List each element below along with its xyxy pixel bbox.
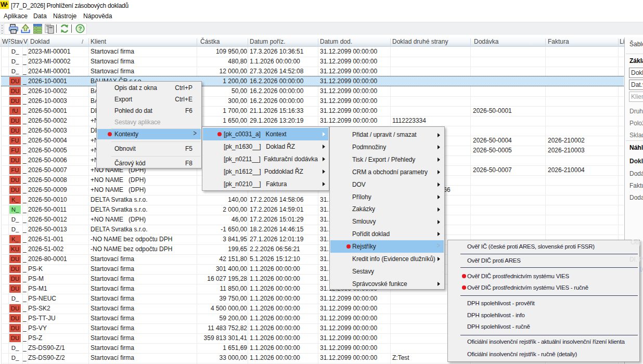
svg-text:?: ?: [79, 25, 82, 32]
